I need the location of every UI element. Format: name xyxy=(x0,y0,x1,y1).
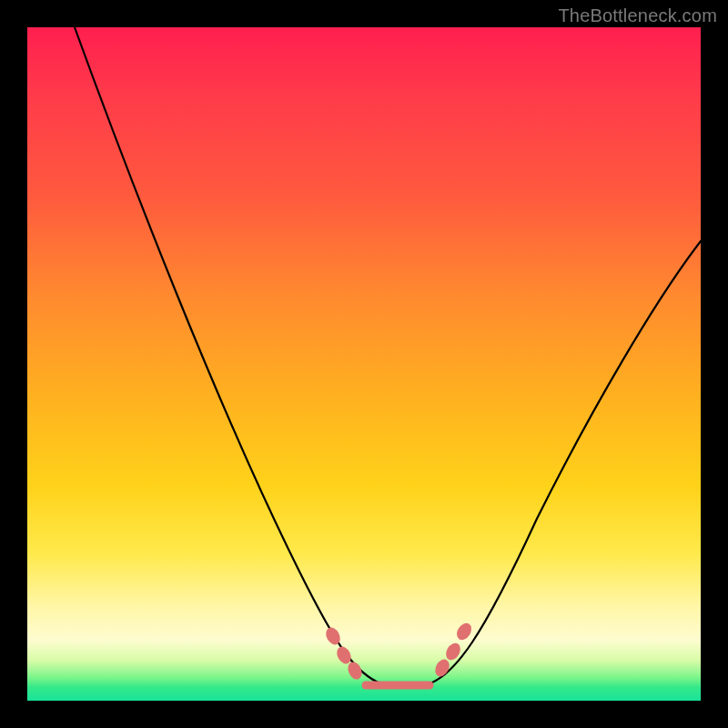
chart-plot-area xyxy=(27,27,701,701)
bead-icon xyxy=(454,621,474,642)
chart-svg xyxy=(27,27,701,701)
watermark-text: TheBottleneck.com xyxy=(558,5,717,26)
chart-frame: TheBottleneck.com xyxy=(0,0,728,728)
bottleneck-curve xyxy=(75,27,701,684)
bead-icon xyxy=(432,657,452,679)
